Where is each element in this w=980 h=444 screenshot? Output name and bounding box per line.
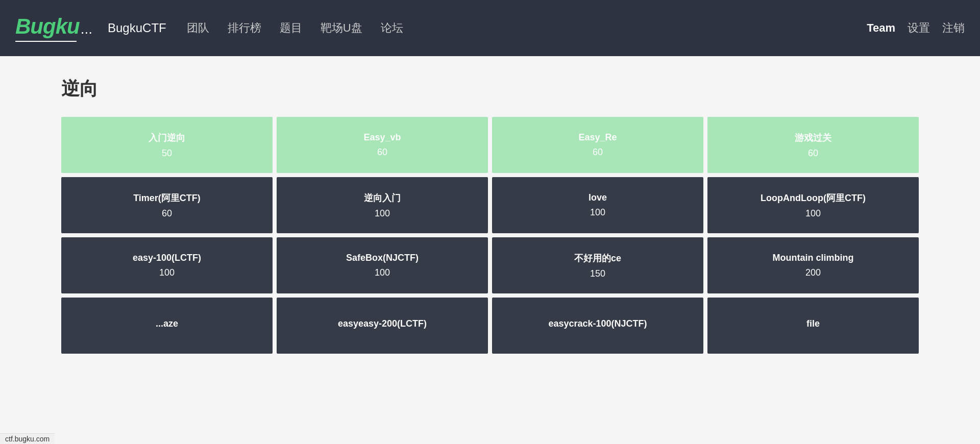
challenge-name: 逆向入门 <box>364 192 401 204</box>
challenge-card[interactable]: love100 <box>492 177 703 233</box>
challenge-score: 150 <box>590 268 605 279</box>
navbar: Bugku... BugkuCTF 团队 排行榜 题目 靶场U盘 论坛 Team… <box>0 0 980 56</box>
logo-underline <box>15 41 77 42</box>
challenge-score: 60 <box>377 147 387 158</box>
challenge-name: SafeBox(NJCTF) <box>346 253 419 263</box>
challenge-card[interactable]: ...aze <box>61 298 273 354</box>
nav-item-leaderboard[interactable]: 排行榜 <box>228 20 261 36</box>
challenge-name: Easy_vb <box>363 132 401 143</box>
section-title: 逆向 <box>61 77 919 102</box>
nav-right-logout[interactable]: 注销 <box>942 20 965 36</box>
navbar-right: Team 设置 注销 <box>867 20 965 36</box>
statusbar: ctf.bugku.com <box>0 433 55 444</box>
challenge-name: Easy_Re <box>578 132 617 143</box>
challenge-card[interactable]: LoopAndLoop(阿里CTF)100 <box>707 177 919 233</box>
challenge-card[interactable]: Easy_vb60 <box>277 117 488 173</box>
challenge-card[interactable]: easy-100(LCTF)100 <box>61 237 273 293</box>
challenge-name: 不好用的ce <box>574 252 621 264</box>
challenge-score: 100 <box>375 267 390 278</box>
challenge-score: 60 <box>593 147 603 158</box>
challenge-card[interactable]: SafeBox(NJCTF)100 <box>277 237 488 293</box>
challenge-name: easy-100(LCTF) <box>133 253 201 263</box>
logo-dots: ... <box>81 21 92 37</box>
logo-text: Bugku <box>15 14 80 38</box>
challenge-name: file <box>806 318 820 329</box>
challenge-card[interactable]: easyeasy-200(LCTF) <box>277 298 488 354</box>
challenge-score: 60 <box>808 148 818 159</box>
challenge-card[interactable]: easycrack-100(NJCTF) <box>492 298 703 354</box>
brand-label[interactable]: BugkuCTF <box>108 21 166 35</box>
challenge-name: 入门逆向 <box>149 132 185 144</box>
challenge-card[interactable]: 逆向入门100 <box>277 177 488 233</box>
challenge-card[interactable]: 不好用的ce150 <box>492 237 703 293</box>
challenge-card[interactable]: Mountain climbing200 <box>707 237 919 293</box>
nav-right-settings[interactable]: 设置 <box>908 20 930 36</box>
challenge-card[interactable]: Easy_Re60 <box>492 117 703 173</box>
challenge-name: LoopAndLoop(阿里CTF) <box>761 192 866 204</box>
challenge-score: 60 <box>162 208 172 219</box>
challenge-score: 50 <box>162 148 172 159</box>
challenge-grid: 入门逆向50Easy_vb60Easy_Re60游戏过关60Timer(阿里CT… <box>61 117 919 354</box>
main-content: 逆向 入门逆向50Easy_vb60Easy_Re60游戏过关60Timer(阿… <box>0 56 980 374</box>
challenge-score: 200 <box>805 267 821 278</box>
challenge-name: Timer(阿里CTF) <box>133 192 201 204</box>
challenge-card[interactable]: 游戏过关60 <box>707 117 919 173</box>
nav-menu: 团队 排行榜 题目 靶场U盘 论坛 <box>187 20 965 36</box>
challenge-card[interactable]: Timer(阿里CTF)60 <box>61 177 273 233</box>
challenge-name: love <box>589 192 607 203</box>
challenge-score: 100 <box>805 208 821 219</box>
logo[interactable]: Bugku... <box>15 14 92 42</box>
nav-item-range[interactable]: 靶场U盘 <box>321 20 362 36</box>
nav-item-forum[interactable]: 论坛 <box>381 20 403 36</box>
challenge-card[interactable]: file <box>707 298 919 354</box>
challenge-name: 游戏过关 <box>795 132 831 144</box>
challenge-score: 100 <box>159 267 175 278</box>
nav-right-team[interactable]: Team <box>867 21 895 35</box>
challenge-card[interactable]: 入门逆向50 <box>61 117 273 173</box>
challenge-name: easyeasy-200(LCTF) <box>338 318 427 329</box>
statusbar-text: ctf.bugku.com <box>5 435 50 443</box>
challenge-score: 100 <box>375 208 390 219</box>
challenge-name: ...aze <box>156 318 178 329</box>
nav-item-challenges[interactable]: 题目 <box>280 20 302 36</box>
challenge-score: 100 <box>590 207 605 218</box>
challenge-name: easycrack-100(NJCTF) <box>548 318 647 329</box>
nav-item-team[interactable]: 团队 <box>187 20 209 36</box>
challenge-name: Mountain climbing <box>773 253 854 263</box>
